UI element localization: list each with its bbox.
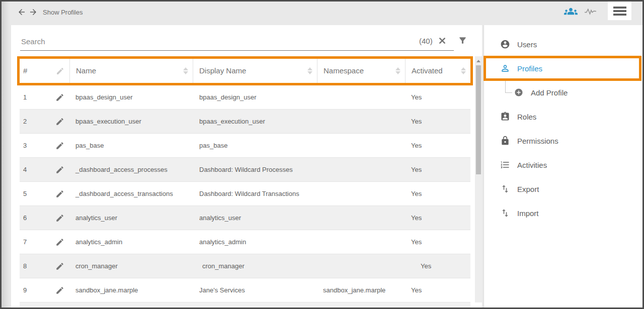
badge-icon: [500, 112, 510, 122]
column-header-label: Activated: [412, 66, 443, 75]
cell-name: analytics_user: [69, 214, 193, 222]
cell-activated: Yes: [405, 214, 470, 222]
sidebar-item-label: Users: [517, 40, 537, 49]
edit-profile-button[interactable]: [50, 93, 69, 102]
window-edge-shadow: [2, 2, 10, 307]
sidebar-item-label: Profiles: [517, 64, 542, 73]
sidebar-item-add-profile[interactable]: Add Profile: [484, 80, 642, 105]
column-header-edit: [50, 59, 69, 83]
edit-profile-button[interactable]: [50, 117, 69, 126]
edit-pencil-icon: [55, 262, 64, 271]
sidebar-item-users[interactable]: Users: [484, 32, 642, 56]
table-row: 6analytics_useranalytics_userYes: [20, 206, 470, 230]
column-header-label: Name: [76, 66, 96, 75]
edit-profile-button[interactable]: [50, 141, 69, 150]
arrow-back-icon[interactable]: [17, 8, 26, 17]
table-row: 3pas_basepas_baseYes: [20, 134, 470, 158]
row-number: 3: [20, 142, 50, 149]
column-header-namespace[interactable]: Namespace: [317, 59, 405, 83]
import-export-icon: [500, 208, 510, 218]
tree-connector: [505, 80, 506, 92]
edit-pencil-icon: [55, 165, 64, 174]
close-icon[interactable]: [438, 37, 446, 45]
edit-profile-button[interactable]: [50, 262, 69, 271]
cell-activated: Yes: [405, 190, 470, 197]
table-body: 1bpaas_design_userbpaas_design_userYes2b…: [20, 85, 470, 302]
activity-pulse-icon[interactable]: [584, 7, 597, 16]
table-row: 5_dashboard_access_transactionsDashboard…: [20, 182, 470, 206]
sort-icon[interactable]: [461, 67, 466, 74]
row-number: 6: [20, 214, 50, 222]
edit-pencil-icon: [55, 141, 64, 150]
sidebar-item-permissions[interactable]: Permissions: [484, 129, 642, 153]
table-row-partial: [20, 302, 470, 307]
cell-display-name: bpaas_design_user: [193, 93, 317, 101]
table-row: 2bpaas_execution_userbpaas_execution_use…: [20, 110, 470, 134]
cell-display-name: analytics_user: [193, 214, 317, 222]
cell-name: pas_base: [69, 142, 193, 149]
person-outline-icon: [500, 63, 510, 73]
column-header-activated[interactable]: Activated: [405, 59, 470, 83]
cell-activated: Yes: [405, 118, 470, 125]
cell-name: _dashboard_access_transactions: [69, 190, 193, 197]
edit-pencil-icon: [55, 214, 64, 223]
cell-name: _dashboard_access_processes: [69, 166, 193, 173]
edit-pencil-icon: [55, 93, 64, 102]
cell-display-name: analytics_admin: [193, 238, 317, 246]
edit-pencil-icon: [55, 117, 64, 126]
sidebar-item-import[interactable]: Import: [484, 201, 642, 225]
cell-display-name: Jane's Services: [193, 286, 317, 294]
edit-pencil-icon: [55, 286, 64, 295]
sort-icon[interactable]: [395, 67, 400, 74]
sidebar-item-activities[interactable]: Activities: [484, 153, 642, 177]
cell-name: cron_manager: [69, 262, 193, 270]
cell-display-name: Dashboard: Wildcard Processes: [193, 166, 317, 173]
cell-display-name: pas_base: [193, 142, 317, 149]
edit-profile-button[interactable]: [50, 286, 69, 295]
cell-activated: Yes: [405, 142, 470, 149]
edit-profile-button[interactable]: [50, 165, 69, 174]
scrollbar-thumb[interactable]: [476, 65, 481, 174]
lock-icon: [500, 136, 510, 146]
sidebar-item-profiles[interactable]: Profiles: [484, 56, 642, 80]
result-count: (40): [419, 37, 433, 45]
column-header-label: Display Name: [199, 66, 246, 75]
column-header-name[interactable]: Name: [69, 59, 193, 83]
scrollbar-up-arrow-icon[interactable]: [476, 60, 480, 62]
search-input[interactable]: [20, 32, 410, 50]
row-number: 9: [20, 286, 50, 294]
cell-activated: Yes: [405, 238, 470, 246]
column-header-display-name[interactable]: Display Name: [193, 59, 317, 83]
cell-activated: Yes: [405, 286, 470, 294]
arrow-forward-icon[interactable]: [29, 8, 38, 17]
sort-icon[interactable]: [307, 67, 312, 74]
cell-name: sandbox_jane.marple: [69, 286, 193, 294]
page-title: Show Profiles: [43, 9, 83, 16]
edit-profile-button[interactable]: [50, 214, 69, 223]
search-underline: [20, 50, 454, 51]
row-number: 1: [20, 93, 50, 101]
table-scrollbar[interactable]: [475, 56, 482, 302]
edit-profile-button[interactable]: [50, 238, 69, 247]
hamburger-bar: [613, 7, 626, 9]
edit-pencil-icon: [56, 67, 64, 75]
column-header-label: Namespace: [324, 66, 364, 75]
cell-display-name: cron_manager: [193, 262, 317, 270]
filter-icon[interactable]: [458, 36, 467, 45]
hamburger-menu-button[interactable]: [608, 2, 631, 20]
edit-pencil-icon: [55, 189, 64, 198]
sidebar-item-label: Activities: [517, 161, 547, 169]
sidebar-item-export[interactable]: Export: [484, 177, 642, 201]
sidebar-item-label: Add Profile: [531, 88, 568, 97]
sidebar-items: UsersProfilesAdd ProfileRolesPermissions…: [484, 32, 642, 225]
row-number: 4: [20, 166, 50, 173]
sidebar-item-label: Export: [517, 185, 539, 193]
sidebar-item-label: Permissions: [517, 137, 558, 145]
sidebar-item-roles[interactable]: Roles: [484, 105, 642, 129]
cell-name: bpaas_design_user: [69, 93, 193, 101]
row-number: 7: [20, 238, 50, 246]
people-group-icon[interactable]: [564, 5, 578, 18]
edit-profile-button[interactable]: [50, 189, 69, 198]
tree-connector: [505, 92, 512, 93]
sort-icon[interactable]: [183, 67, 188, 74]
